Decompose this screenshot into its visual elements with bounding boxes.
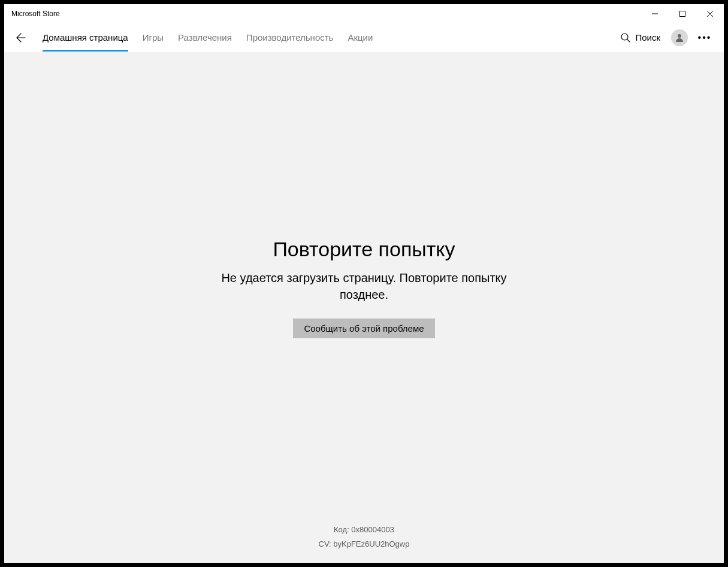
nav-tab-games[interactable]: Игры — [135, 23, 171, 51]
maximize-button[interactable] — [669, 4, 696, 23]
nav-tab-label: Производительность — [246, 32, 334, 43]
nav-tab-label: Акции — [348, 32, 373, 43]
nav-tab-entertainment[interactable]: Развлечения — [171, 23, 239, 51]
more-icon: ••• — [698, 32, 712, 43]
search-label: Поиск — [635, 32, 660, 43]
nav-tab-productivity[interactable]: Производительность — [239, 23, 341, 51]
nav-tab-label: Домашняя страница — [43, 32, 128, 43]
search-icon — [621, 33, 630, 43]
nav-tab-label: Игры — [143, 32, 164, 43]
minimize-icon — [652, 11, 658, 17]
svg-rect-0 — [680, 11, 685, 17]
error-message: Не удается загрузить страницу. Повторите… — [209, 269, 520, 303]
navbar: Домашняя страница Игры Развлечения Произ… — [4, 23, 724, 52]
nav-tab-deals[interactable]: Акции — [340, 23, 380, 51]
svg-point-2 — [678, 34, 681, 38]
nav-right: Поиск ••• — [615, 26, 719, 50]
minimize-button[interactable] — [641, 4, 669, 23]
error-code: Код: 0x80004003 — [4, 523, 724, 538]
close-icon — [707, 11, 713, 17]
window-controls — [641, 4, 724, 23]
nav-tabs: Домашняя страница Игры Развлечения Произ… — [35, 23, 380, 51]
app-window: Microsoft Store Домашняя страница Игры — [4, 4, 724, 563]
content-area: Повторите попытку Не удается загрузить с… — [4, 52, 724, 563]
window-title: Microsoft Store — [11, 10, 641, 18]
error-title: Повторите попытку — [273, 238, 455, 261]
svg-point-1 — [621, 34, 628, 40]
titlebar: Microsoft Store — [4, 4, 724, 23]
user-icon — [675, 33, 684, 43]
close-button[interactable] — [696, 4, 724, 23]
user-avatar-button[interactable] — [671, 29, 688, 46]
arrow-left-icon — [16, 33, 26, 43]
error-codes: Код: 0x80004003 CV: byKpFEz6UU2hOgwp — [4, 523, 724, 552]
nav-tab-home[interactable]: Домашняя страница — [35, 23, 135, 51]
nav-tab-label: Развлечения — [178, 32, 232, 43]
maximize-icon — [679, 11, 685, 17]
more-button[interactable]: ••• — [693, 26, 717, 50]
back-button[interactable] — [9, 26, 33, 50]
error-cv: CV: byKpFEz6UU2hOgwp — [4, 537, 724, 552]
report-problem-button[interactable]: Сообщить об этой проблеме — [293, 319, 434, 338]
search-button[interactable]: Поиск — [615, 29, 666, 46]
